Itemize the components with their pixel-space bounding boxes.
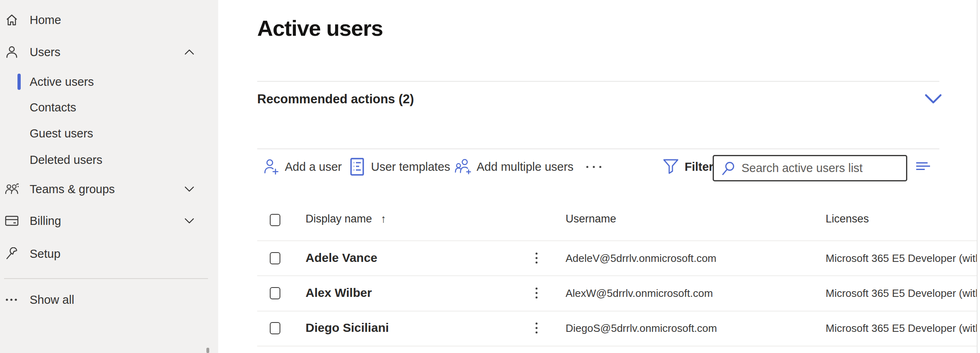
section-divider <box>257 148 939 149</box>
row-divider <box>257 275 977 276</box>
search-icon <box>721 161 736 176</box>
sidebar-item-label: Show all <box>30 293 74 307</box>
user-display-name[interactable]: Adele Vance <box>306 251 377 265</box>
ellipsis-dot <box>586 166 588 168</box>
row-checkbox[interactable] <box>270 322 280 334</box>
sidebar-item-label: Users <box>30 46 61 59</box>
add-multiple-users-label: Add multiple users <box>477 160 574 174</box>
chevron-down-icon[interactable] <box>925 94 942 104</box>
row-more-actions-icon[interactable] <box>533 322 539 333</box>
sidebar-item-show-all[interactable]: Show all <box>0 291 218 309</box>
sort-ascending-arrow-icon: ↑ <box>381 213 386 225</box>
sidebar-item-guest-users[interactable]: Guest users <box>0 124 218 142</box>
row-checkbox[interactable] <box>270 252 280 264</box>
add-a-user-label: Add a user <box>285 160 342 174</box>
row-more-actions-icon[interactable] <box>533 253 539 264</box>
sidebar-item-label: Billing <box>30 214 61 228</box>
user-username: AdeleV@5drrlv.onmicrosoft.com <box>566 252 716 265</box>
chevron-up-icon <box>184 46 195 58</box>
filter-funnel-icon <box>662 158 679 176</box>
add-a-user-button[interactable]: Add a user <box>262 158 342 176</box>
sidebar-item-label: Home <box>30 13 61 27</box>
home-icon <box>5 13 19 27</box>
template-list-icon <box>349 158 366 176</box>
row-divider <box>257 311 977 312</box>
sidebar-item-billing[interactable]: Billing <box>0 212 218 230</box>
user-username: DiegoS@5drrlv.onmicrosoft.com <box>566 322 717 335</box>
sidebar-item-users[interactable]: Users <box>0 43 218 61</box>
ellipsis-dot <box>599 166 601 168</box>
credit-card-icon <box>5 214 19 228</box>
user-licenses: Microsoft 365 E5 Developer (withou <box>826 287 978 300</box>
filter-button[interactable]: Filter <box>662 158 713 176</box>
sidebar: Home Users Active users Contacts Guest u… <box>0 0 218 353</box>
user-username: AlexW@5drrlv.onmicrosoft.com <box>566 287 713 300</box>
sidebar-item-active-users[interactable]: Active users <box>0 73 218 91</box>
content-right-border <box>977 0 978 353</box>
more-actions-button[interactable] <box>586 158 601 176</box>
sidebar-item-label: Active users <box>30 75 94 89</box>
ellipsis-icon <box>5 293 19 307</box>
sidebar-scrollbar-thumb[interactable] <box>206 348 209 353</box>
user-templates-label: User templates <box>371 160 450 174</box>
user-licenses: Microsoft 365 E5 Developer (withou <box>826 252 978 265</box>
section-divider <box>257 81 939 82</box>
sidebar-item-label: Teams & groups <box>30 183 115 196</box>
column-header-licenses[interactable]: Licenses <box>826 213 869 225</box>
chevron-down-icon <box>184 183 195 195</box>
page-title: Active users <box>257 15 383 41</box>
sidebar-item-label: Guest users <box>30 127 93 140</box>
row-more-actions-icon[interactable] <box>533 288 539 299</box>
sidebar-item-label: Contacts <box>30 101 76 114</box>
add-person-icon <box>262 158 280 176</box>
search-box[interactable] <box>713 155 907 181</box>
column-header-display-name[interactable]: Display name ↑ <box>306 213 386 225</box>
table-divider <box>257 240 977 241</box>
sidebar-item-teams-groups[interactable]: Teams & groups <box>0 180 218 198</box>
ellipsis-dot <box>593 166 595 168</box>
add-multiple-users-button[interactable]: Add multiple users <box>454 158 574 176</box>
column-header-username[interactable]: Username <box>566 213 616 225</box>
sidebar-item-deleted-users[interactable]: Deleted users <box>0 151 218 169</box>
recommended-actions-heading: Recommended actions (2) <box>257 92 414 107</box>
user-templates-button[interactable]: User templates <box>349 158 450 176</box>
chevron-down-icon <box>184 215 195 227</box>
user-display-name[interactable]: Alex Wilber <box>306 286 372 300</box>
add-people-icon <box>454 158 471 176</box>
search-input[interactable] <box>742 161 900 175</box>
sidebar-item-label: Deleted users <box>30 153 102 167</box>
sort-lines-icon[interactable] <box>915 161 932 172</box>
select-all-checkbox[interactable] <box>270 214 280 226</box>
person-icon <box>5 45 19 59</box>
people-icon <box>5 182 19 196</box>
row-divider <box>257 346 977 346</box>
user-licenses: Microsoft 365 E5 Developer (withou <box>826 322 978 335</box>
sidebar-item-label: Setup <box>30 247 61 261</box>
sidebar-divider <box>4 278 208 279</box>
user-display-name[interactable]: Diego Siciliani <box>306 321 389 335</box>
wrench-icon <box>5 247 19 261</box>
filter-label: Filter <box>685 160 713 174</box>
sidebar-item-home[interactable]: Home <box>0 11 218 29</box>
row-checkbox[interactable] <box>270 287 280 299</box>
sidebar-item-contacts[interactable]: Contacts <box>0 98 218 116</box>
sidebar-item-setup[interactable]: Setup <box>0 245 218 263</box>
